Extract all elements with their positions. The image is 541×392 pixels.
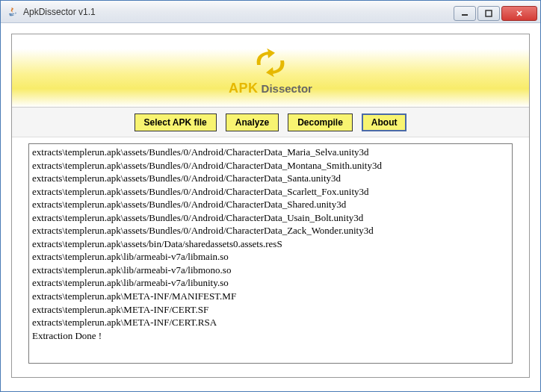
java-icon	[7, 6, 19, 18]
output-line: extracts\templerun.apk\assets/Bundles/0/…	[32, 185, 509, 199]
output-line: extracts\templerun.apk\assets/Bundles/0/…	[32, 211, 509, 225]
minimize-button[interactable]	[454, 6, 476, 21]
output-line: extracts\templerun.apk\META-INF/CERT.RSA	[32, 316, 509, 329]
output-line: extracts\templerun.apk\lib/armeabi-v7a/l…	[32, 264, 509, 277]
close-button[interactable]	[501, 6, 537, 21]
toolbar: Select APK file Analyze Decompile About	[12, 108, 529, 137]
output-line: extracts\templerun.apk\assets/Bundles/0/…	[32, 159, 509, 172]
output-line: extracts\templerun.apk\lib/armeabi-v7a/l…	[32, 250, 509, 264]
logo-dissector: Dissector	[262, 82, 312, 95]
window-title: ApkDissector v1.1	[23, 7, 96, 17]
output-line: Extraction Done !	[32, 329, 509, 343]
logo-apk: APK	[229, 81, 259, 96]
header-banner: APK Dissector	[12, 34, 529, 108]
output-line: extracts\templerun.apk\assets/Bundles/0/…	[32, 198, 509, 211]
window-controls	[454, 3, 540, 21]
select-apk-button[interactable]: Select APK file	[135, 113, 217, 131]
logo-arrows-icon	[248, 45, 293, 81]
output-textarea[interactable]: extracts\templerun.apk\assets/Bundles/0/…	[28, 143, 513, 364]
analyze-button[interactable]: Analyze	[226, 113, 279, 131]
output-line: extracts\templerun.apk\META-INF/CERT.SF	[32, 303, 509, 317]
about-button[interactable]: About	[362, 113, 407, 131]
decompile-button[interactable]: Decompile	[288, 113, 353, 131]
output-line: extracts\templerun.apk\assets/Bundles/0/…	[32, 146, 509, 159]
svg-rect-1	[486, 10, 492, 16]
output-line: extracts\templerun.apk\assets/Bundles/0/…	[32, 172, 509, 185]
app-window: ApkDissector v1.1 APK Dissector	[0, 0, 541, 392]
window-body: APK Dissector Select APK file Analyze De…	[1, 23, 540, 391]
output-line: extracts\templerun.apk\assets/Bundles/0/…	[32, 224, 509, 237]
output-wrap: extracts\templerun.apk\assets/Bundles/0/…	[12, 137, 529, 377]
svg-rect-0	[462, 14, 468, 16]
titlebar[interactable]: ApkDissector v1.1	[1, 1, 540, 23]
main-panel: APK Dissector Select APK file Analyze De…	[11, 34, 530, 378]
output-line: extracts\templerun.apk\META-INF/MANIFEST…	[32, 290, 509, 303]
logo-text: APK Dissector	[229, 81, 312, 96]
maximize-button[interactable]	[477, 6, 500, 21]
output-line: extracts\templerun.apk\lib/armeabi-v7a/l…	[32, 276, 509, 290]
output-line: extracts\templerun.apk\assets/bin/Data/s…	[32, 237, 509, 251]
